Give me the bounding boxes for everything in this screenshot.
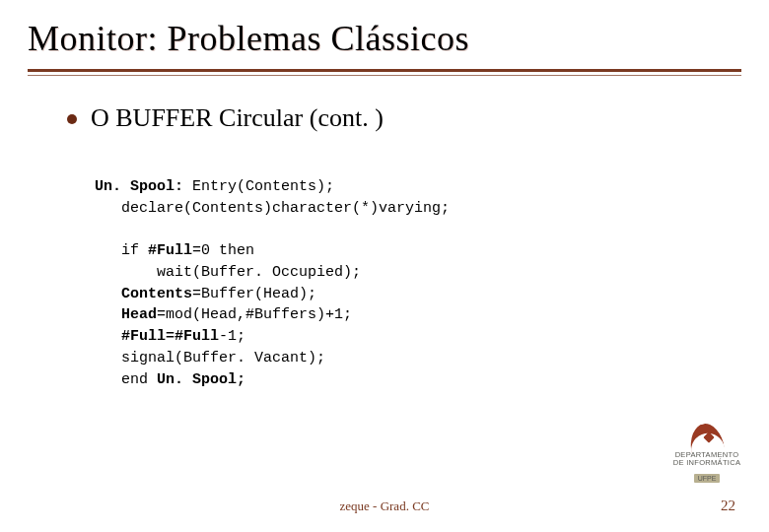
code-token: -1; <box>219 328 245 345</box>
code-token: Head <box>121 306 157 323</box>
code-token: =Buffer(Head); <box>192 286 316 302</box>
slide: Monitor: Problemas Clássicos O BUFFER Ci… <box>0 0 769 532</box>
code-token: Un. Spool; <box>157 371 245 388</box>
code-token: declare(Contents)character(*)varying; <box>95 200 450 217</box>
code-token: signal(Buffer. Vacant); <box>95 350 325 366</box>
code-token: if <box>95 242 148 259</box>
bullet-item: O BUFFER Circular (cont. ) <box>67 103 741 133</box>
bullet-dot-icon <box>67 114 77 124</box>
code-token <box>95 306 121 323</box>
code-token: Contents <box>121 286 192 302</box>
slide-body: O BUFFER Circular (cont. ) Un. Spool: En… <box>28 76 741 412</box>
code-token <box>95 328 121 345</box>
code-token: end <box>95 371 157 388</box>
code-token <box>95 286 121 302</box>
code-token: wait(Buffer. Occupied); <box>95 264 361 281</box>
code-token: #Full=#Full <box>121 328 219 345</box>
logo-text-line2: DE INFORMÁTICA <box>664 459 749 467</box>
logo-swoosh-icon <box>687 422 727 449</box>
footer-center: zeque - Grad. CC <box>0 499 769 514</box>
code-token: Entry(Contents); <box>183 178 334 195</box>
code-block: Un. Spool: Entry(Contents); declare(Cont… <box>67 155 741 412</box>
code-token: #Full <box>148 242 192 259</box>
dept-logo: DEPARTAMENTO DE INFORMÁTICA UFPE <box>664 422 749 486</box>
bullet-text: O BUFFER Circular (cont. ) <box>91 103 384 133</box>
slide-title: Monitor: Problemas Clássicos <box>28 18 741 59</box>
code-token: =0 then <box>192 242 254 259</box>
code-token: =mod(Head,#Buffers)+1; <box>157 306 352 323</box>
page-number: 22 <box>721 498 735 514</box>
code-token: Un. Spool: <box>95 178 183 195</box>
logo-tag: UFPE <box>694 474 721 483</box>
title-underline <box>28 69 741 76</box>
